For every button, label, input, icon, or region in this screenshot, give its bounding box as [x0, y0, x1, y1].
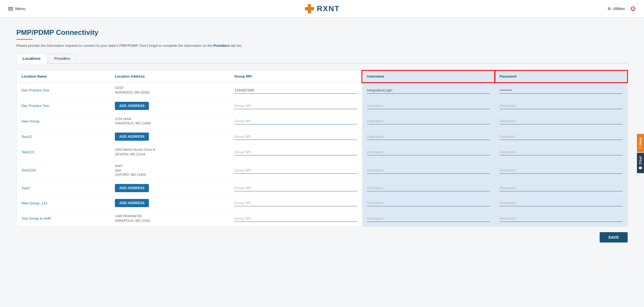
password-cell[interactable] — [495, 211, 627, 226]
password-cell[interactable] — [495, 181, 627, 196]
group-npi-cell[interactable] — [229, 160, 362, 180]
username-cell[interactable] — [362, 196, 495, 211]
npi-input[interactable] — [234, 149, 357, 155]
gear-icon: ⚙ — [608, 7, 611, 11]
header-right-actions: ⚙ Utilities ⏻ — [608, 5, 636, 12]
npi-input[interactable] — [234, 215, 357, 222]
power-button[interactable]: ⏻ — [630, 5, 636, 12]
location-address[interactable]: ADD ADDRESS — [110, 196, 229, 211]
tab-locations[interactable]: Locations — [16, 54, 47, 64]
location-name: Test12 — [17, 129, 110, 144]
location-name: New Group_123 — [17, 196, 110, 211]
col-header-location-name: Location Name — [17, 70, 110, 82]
col-header-location-address: Location Address — [110, 70, 229, 82]
table-row: Test7 ADD ADDRESS — [17, 181, 627, 196]
add-address-button[interactable]: ADD ADDRESS — [115, 102, 149, 110]
group-npi-cell[interactable] — [229, 181, 362, 196]
password-input[interactable] — [500, 167, 622, 174]
username-cell[interactable] — [362, 144, 495, 160]
password-cell[interactable] — [495, 144, 627, 160]
password-input[interactable] — [500, 185, 622, 191]
username-input[interactable] — [367, 133, 490, 140]
location-address[interactable]: ADD ADDRESS — [110, 98, 229, 113]
password-cell[interactable] — [495, 196, 627, 211]
add-address-button[interactable]: ADD ADDRESS — [115, 133, 149, 141]
table-row: Test Group to eHR 1449 Whitehall RdANNAP… — [17, 211, 627, 226]
group-npi-cell[interactable] — [229, 113, 362, 129]
col-header-group-npi: Group NPI — [229, 70, 362, 82]
description-bold: Providers — [213, 44, 230, 48]
app-logo: RXNT — [304, 4, 340, 14]
group-npi-cell[interactable] — [229, 211, 362, 226]
help-button[interactable]: ? Help — [637, 134, 644, 152]
username-input[interactable] — [367, 118, 490, 124]
location-name: New Group — [17, 113, 110, 129]
add-address-button[interactable]: ADD ADDRESS — [115, 199, 149, 207]
location-address: asertaserOXFORD, MD 21654 — [110, 160, 229, 180]
locations-table-container: Location Name Location Address Group NPI… — [16, 70, 628, 227]
password-input[interactable] — [500, 215, 622, 222]
username-cell[interactable] — [362, 113, 495, 129]
username-input[interactable] — [367, 87, 490, 94]
username-cell[interactable] — [362, 129, 495, 144]
table-row: New Group_123 ADD ADDRESS — [17, 196, 627, 211]
table-row: New Group 1234 streetANNAPOLIS, MD 21409 — [17, 113, 627, 129]
utilities-label: Utilities — [613, 7, 625, 11]
npi-input[interactable] — [234, 118, 357, 124]
username-input[interactable] — [367, 185, 490, 191]
title-underline — [16, 39, 33, 40]
username-cell[interactable] — [362, 160, 495, 180]
description-text-after: tab too. — [230, 44, 243, 48]
password-input[interactable] — [500, 200, 622, 206]
location-name: Test7 — [17, 181, 110, 196]
location-name: Test123 — [17, 144, 110, 160]
username-input[interactable] — [367, 215, 490, 222]
password-cell[interactable] — [495, 82, 627, 99]
group-npi-cell[interactable] — [229, 98, 362, 113]
save-area: SAVE — [16, 232, 628, 242]
hamburger-icon — [8, 7, 13, 10]
group-npi-cell[interactable] — [229, 129, 362, 144]
location-address: 1234 streetANNAPOLIS, MD 21409 — [110, 113, 229, 129]
group-npi-cell[interactable] — [229, 82, 362, 99]
save-button[interactable]: SAVE — [600, 232, 628, 242]
npi-input[interactable] — [234, 87, 357, 94]
location-address: ADSFNORWOOD, MN 55555 — [110, 82, 229, 99]
location-address[interactable]: ADD ADDRESS — [110, 181, 229, 196]
npi-input[interactable] — [234, 185, 357, 191]
username-cell[interactable] — [362, 211, 495, 226]
npi-input[interactable] — [234, 103, 357, 109]
password-input[interactable] — [500, 149, 622, 155]
location-address[interactable]: ADD ADDRESS — [110, 129, 229, 144]
password-cell[interactable] — [495, 113, 627, 129]
username-input[interactable] — [367, 200, 490, 206]
tab-providers[interactable]: Providers — [48, 54, 76, 63]
add-address-button[interactable]: ADD ADDRESS — [115, 184, 149, 192]
password-input[interactable] — [500, 103, 622, 109]
utilities-button[interactable]: ⚙ Utilities — [608, 7, 625, 11]
password-cell[interactable] — [495, 160, 627, 180]
table-row: Test123 1833 Watch House Circle NSEVERN,… — [17, 144, 627, 160]
password-input[interactable] — [500, 118, 622, 124]
password-cell[interactable] — [495, 98, 627, 113]
npi-input[interactable] — [234, 133, 357, 140]
password-input[interactable] — [500, 133, 622, 140]
npi-input[interactable] — [234, 200, 357, 206]
username-cell[interactable] — [362, 82, 495, 99]
menu-button[interactable]: Menu — [8, 6, 26, 11]
password-input[interactable] — [500, 87, 622, 94]
chat-button[interactable]: 💬 Chat — [637, 153, 644, 173]
username-cell[interactable] — [362, 181, 495, 196]
password-cell[interactable] — [495, 129, 627, 144]
tab-bar: Locations Providers — [16, 54, 628, 64]
username-input[interactable] — [367, 103, 490, 109]
username-input[interactable] — [367, 167, 490, 174]
group-npi-cell[interactable] — [229, 144, 362, 160]
locations-table: Location Name Location Address Group NPI… — [17, 70, 627, 226]
username-input[interactable] — [367, 149, 490, 155]
npi-input[interactable] — [234, 167, 357, 174]
username-cell[interactable] — [362, 98, 495, 113]
group-npi-cell[interactable] — [229, 196, 362, 211]
location-name: Dev Practice Two — [17, 98, 110, 113]
sidebar-help: ? Help 💬 Chat — [637, 134, 644, 173]
